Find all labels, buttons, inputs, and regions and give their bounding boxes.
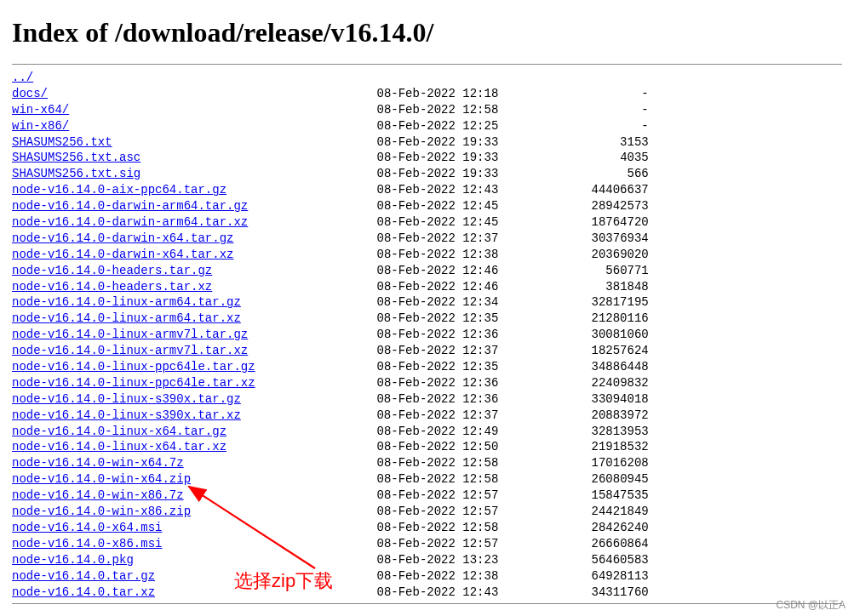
divider-top — [12, 64, 842, 65]
file-link[interactable]: win-x86/ — [12, 119, 69, 133]
parent-link[interactable]: ../ — [12, 71, 33, 84]
file-link[interactable]: node-v16.14.0-darwin-arm64.tar.xz — [12, 215, 248, 229]
file-link[interactable]: win-x64/ — [12, 103, 69, 117]
file-link[interactable]: SHASUMS256.txt.sig — [12, 167, 140, 180]
file-link[interactable]: node-v16.14.0-win-x64.zip — [12, 472, 191, 486]
file-link[interactable]: SHASUMS256.txt — [12, 135, 112, 149]
page-title: Index of /download/release/v16.14.0/ — [12, 17, 842, 48]
file-link[interactable]: node-v16.14.0-linux-ppc64le.tar.xz — [12, 376, 255, 390]
file-link[interactable]: node-v16.14.0.pkg — [12, 553, 134, 567]
file-link[interactable]: node-v16.14.0-win-x86.zip — [12, 505, 191, 518]
file-link[interactable]: node-v16.14.0-linux-x64.tar.gz — [12, 425, 226, 438]
file-link[interactable]: node-v16.14.0-headers.tar.gz — [12, 264, 212, 277]
file-link[interactable]: node-v16.14.0-linux-ppc64le.tar.gz — [12, 360, 255, 374]
file-link[interactable]: docs/ — [12, 87, 48, 100]
file-link[interactable]: node-v16.14.0-linux-arm64.tar.gz — [12, 295, 241, 309]
file-link[interactable]: node-v16.14.0-linux-armv7l.tar.gz — [12, 328, 248, 341]
file-link[interactable]: node-v16.14.0-aix-ppc64.tar.gz — [12, 183, 226, 197]
file-link[interactable]: node-v16.14.0-darwin-x64.tar.xz — [12, 248, 233, 261]
file-link[interactable]: node-v16.14.0-x86.msi — [12, 537, 162, 550]
file-link[interactable]: node-v16.14.0-x64.msi — [12, 521, 162, 534]
divider-bottom — [12, 603, 842, 604]
file-link[interactable]: node-v16.14.0-darwin-x64.tar.gz — [12, 231, 233, 245]
file-link[interactable]: node-v16.14.0-win-x64.7z — [12, 456, 184, 470]
file-link[interactable]: node-v16.14.0-linux-s390x.tar.xz — [12, 408, 241, 422]
watermark: CSDN @以正A — [776, 598, 845, 613]
file-link[interactable]: node-v16.14.0-linux-s390x.tar.gz — [12, 392, 241, 406]
file-listing: ../ docs/ 08-Feb-2022 12:18 - win-x64/ 0… — [12, 70, 842, 600]
file-link[interactable]: node-v16.14.0.tar.gz — [12, 569, 155, 583]
file-link[interactable]: node-v16.14.0-win-x86.7z — [12, 488, 184, 502]
file-link[interactable]: node-v16.14.0-headers.tar.xz — [12, 280, 212, 294]
file-link[interactable]: node-v16.14.0-darwin-arm64.tar.gz — [12, 199, 248, 213]
file-link[interactable]: SHASUMS256.txt.asc — [12, 151, 140, 164]
file-link[interactable]: node-v16.14.0.tar.xz — [12, 585, 155, 599]
file-link[interactable]: node-v16.14.0-linux-armv7l.tar.xz — [12, 344, 248, 357]
file-link[interactable]: node-v16.14.0-linux-x64.tar.xz — [12, 440, 226, 453]
file-link[interactable]: node-v16.14.0-linux-arm64.tar.xz — [12, 311, 241, 325]
